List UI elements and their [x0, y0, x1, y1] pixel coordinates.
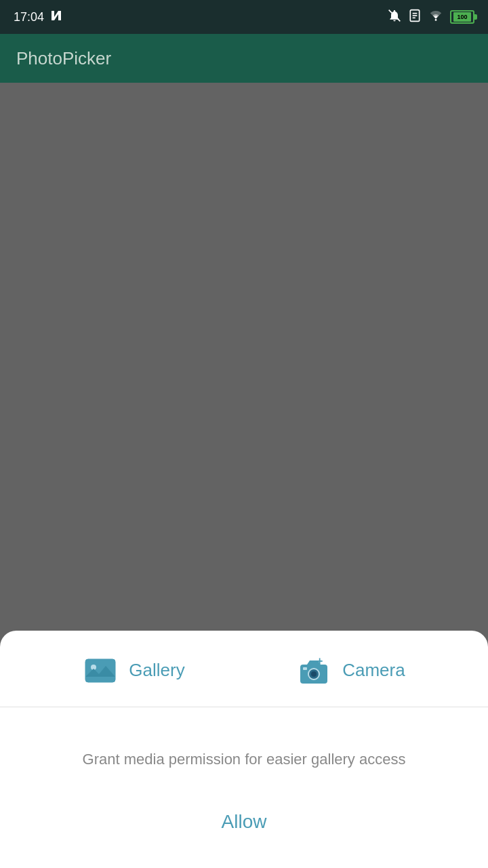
- app-bar: PhotoPicker: [0, 34, 488, 83]
- camera-icon: +: [296, 652, 331, 688]
- camera-option[interactable]: + Camera: [296, 652, 405, 688]
- status-left: 17:04: [14, 9, 63, 25]
- svg-point-5: [435, 19, 437, 21]
- allow-button[interactable]: Allow: [195, 803, 294, 841]
- app-title: PhotoPicker: [16, 48, 111, 69]
- battery-indicator: 100: [450, 10, 474, 24]
- camera-label: Camera: [342, 660, 405, 681]
- svg-rect-6: [85, 659, 115, 682]
- svg-point-12: [311, 671, 317, 677]
- sim-icon: [408, 9, 422, 25]
- wifi-icon: [428, 9, 443, 24]
- mute-icon: [388, 9, 401, 25]
- permission-text: Grant media permission for easier galler…: [83, 748, 406, 770]
- gallery-option[interactable]: Gallery: [83, 652, 184, 688]
- picker-row: Gallery + Camera: [0, 631, 488, 707]
- bottom-sheet: Gallery + Camera: [0, 631, 488, 868]
- gallery-icon: [83, 652, 118, 688]
- status-right: 100: [388, 9, 474, 25]
- gallery-label: Gallery: [129, 660, 184, 681]
- status-bar: 17:04: [0, 0, 488, 34]
- main-content: [0, 83, 488, 631]
- permission-section: Grant media permission for easier galler…: [0, 707, 488, 868]
- status-time: 17:04: [14, 10, 44, 24]
- n-icon: [49, 9, 63, 25]
- svg-rect-13: [303, 667, 307, 670]
